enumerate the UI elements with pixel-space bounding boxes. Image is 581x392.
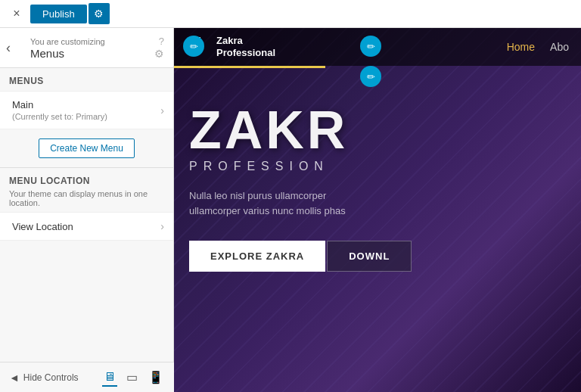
top-bar: × Publish ⚙ bbox=[0, 0, 581, 28]
edit-icon-top-left[interactable]: ✏ bbox=[183, 36, 204, 57]
menu-location-section: Menu Location Your theme can display men… bbox=[0, 168, 173, 212]
edit-icon-nav[interactable]: ✏ bbox=[360, 66, 381, 87]
publish-button[interactable]: Publish bbox=[30, 5, 87, 23]
main-layout: You are customizing ? ‹ Menus ⚙ Menus Ma… bbox=[0, 28, 581, 392]
settings-button[interactable]: ⚙ bbox=[89, 3, 110, 24]
section-gear-icon[interactable]: ⚙ bbox=[154, 48, 164, 60]
nav-link-home: Home bbox=[507, 41, 535, 53]
sidebar-header: You are customizing ? ‹ Menus ⚙ bbox=[0, 28, 173, 68]
main-menu-item[interactable]: Main (Currently set to: Primary) › bbox=[0, 91, 173, 129]
edit-icon-top-center[interactable]: ✏ bbox=[360, 36, 381, 57]
mobile-view-button[interactable]: 📱 bbox=[147, 369, 165, 387]
view-location-chevron-icon: › bbox=[160, 220, 164, 232]
tablet-view-button[interactable]: ▭ bbox=[125, 369, 139, 387]
logo-line2: Professional bbox=[216, 47, 275, 59]
sidebar-wrapper: You are customizing ? ‹ Menus ⚙ Menus Ma… bbox=[0, 28, 174, 392]
menu-item-name: Main bbox=[12, 99, 107, 110]
customizing-text: You are customizing bbox=[30, 37, 105, 46]
menu-location-desc: Your theme can display menus in one loca… bbox=[9, 189, 164, 207]
sidebar-content: Menus Main (Currently set to: Primary) ›… bbox=[0, 68, 173, 362]
hero-desc-line1: Nulla leo nisl purus ullamcorper bbox=[189, 188, 416, 204]
sidebar: You are customizing ? ‹ Menus ⚙ Menus Ma… bbox=[0, 28, 174, 362]
section-title-text: Menus bbox=[30, 47, 64, 60]
desktop-view-button[interactable]: 🖥 bbox=[102, 369, 117, 387]
bottom-bar: ◄ Hide Controls 🖥 ▭ 📱 bbox=[0, 362, 174, 392]
preview-nav-links: Home Abo bbox=[507, 41, 569, 53]
create-new-menu-button[interactable]: Create New Menu bbox=[39, 138, 135, 158]
logo-line1: Zakra bbox=[216, 35, 275, 47]
close-button[interactable]: × bbox=[6, 3, 27, 24]
hero-description: Nulla leo nisl purus ullamcorper ullamco… bbox=[189, 188, 416, 218]
hide-controls-button[interactable]: ◄ Hide Controls bbox=[9, 372, 79, 384]
device-icons: 🖥 ▭ 📱 bbox=[102, 369, 165, 387]
hide-controls-label: Hide Controls bbox=[23, 372, 79, 383]
chevron-right-icon: › bbox=[160, 104, 164, 117]
hero-content: ZAKR PROFESSION Nulla leo nisl purus ull… bbox=[189, 104, 581, 272]
view-location-item[interactable]: View Location › bbox=[0, 212, 173, 241]
menu-item-info: Main (Currently set to: Primary) bbox=[12, 99, 107, 121]
download-button[interactable]: DOWNL bbox=[327, 241, 412, 272]
hero-subtitle: PROFESSION bbox=[189, 160, 581, 173]
help-icon[interactable]: ? bbox=[159, 36, 164, 47]
explore-zakra-button[interactable]: EXPLORE ZAKRA bbox=[189, 241, 325, 272]
yellow-accent-bar bbox=[174, 66, 325, 68]
menus-section-label: Menus bbox=[0, 68, 173, 91]
hero-buttons: EXPLORE ZAKRA DOWNL bbox=[189, 241, 581, 272]
view-location-label: View Location bbox=[12, 221, 73, 232]
hero-desc-line2: ullamcorper varius nunc mollis phas bbox=[189, 204, 416, 219]
logo-text: Zakra Professional bbox=[216, 35, 275, 58]
arrow-left-icon: ◄ bbox=[9, 372, 20, 384]
menu-item-sub: (Currently set to: Primary) bbox=[12, 112, 107, 121]
nav-link-about: Abo bbox=[550, 41, 569, 53]
hero-title: ZAKR bbox=[189, 104, 581, 157]
back-button[interactable]: ‹ bbox=[6, 40, 11, 56]
customizing-label: You are customizing ? bbox=[30, 36, 164, 47]
preview-area: ✏ ✏ ✏ Zakra Professional Home Abo bbox=[174, 28, 581, 392]
menu-location-title: Menu Location bbox=[9, 176, 164, 186]
section-title: ‹ Menus ⚙ bbox=[30, 47, 164, 60]
